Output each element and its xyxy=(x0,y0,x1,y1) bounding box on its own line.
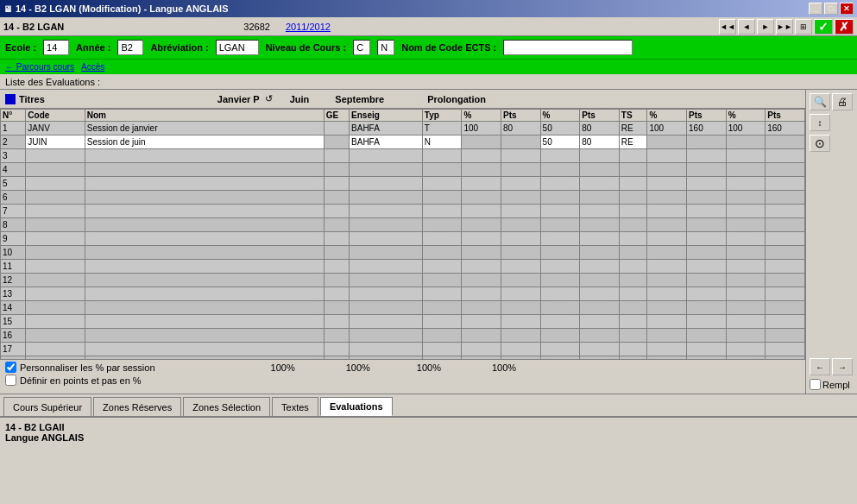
th-ts: TS xyxy=(619,110,647,122)
reload-icon[interactable]: ↺ xyxy=(265,93,273,104)
menu-year[interactable]: 2011/2012 xyxy=(286,22,331,32)
tab-textes[interactable]: Textes xyxy=(272,397,318,416)
table-row[interactable]: 6 xyxy=(1,191,805,205)
titres-box: Titres xyxy=(5,94,45,104)
tab-zones-selection[interactable]: Zones Sélection xyxy=(183,397,270,416)
rempl-checkbox[interactable] xyxy=(810,379,821,390)
close-button[interactable]: ✕ xyxy=(840,3,854,15)
menu-right: ◄◄ ◄ ► ►► ⊞ ✓ ✗ xyxy=(719,19,854,35)
menu-id: 32682 xyxy=(243,22,270,32)
subbar-link1[interactable]: ← Parcours cours xyxy=(5,62,74,72)
rempl-area: Rempl xyxy=(810,379,854,390)
sort-button[interactable]: ↕ xyxy=(810,114,830,131)
niveau-input1[interactable] xyxy=(353,40,370,55)
table-row[interactable]: 16 xyxy=(1,329,805,343)
cancel-button[interactable]: ✗ xyxy=(835,19,854,35)
cb-personnaliser-label: Personnaliser les % par session xyxy=(20,362,155,373)
prol-total: 100% xyxy=(492,362,516,373)
menu-bar: 14 - B2 LGAN 32682 2011/2012 ◄◄ ◄ ► ►► ⊞… xyxy=(0,17,857,36)
table-row[interactable]: 8 xyxy=(1,218,805,232)
table-row[interactable]: 14 xyxy=(1,301,805,315)
subbar-link2[interactable]: Accès xyxy=(81,62,104,72)
cb-definir-label: Définir en points et pas en % xyxy=(20,375,142,386)
table-row[interactable]: 15 xyxy=(1,315,805,329)
septembre-label: Septembre xyxy=(335,94,384,104)
niveau-input2[interactable] xyxy=(377,40,394,55)
title-bar-text: 🖥 14 - B2 LGAN (Modification) - Langue A… xyxy=(3,3,228,14)
table-row[interactable]: 3 xyxy=(1,149,805,163)
copy-button[interactable]: ⊙ xyxy=(810,135,830,152)
titres-row: Titres Janvier P ↺ Juin Septembre Prolon… xyxy=(0,90,805,109)
table-row[interactable]: 11 xyxy=(1,260,805,274)
right-bottom-icons: ← → xyxy=(810,358,854,375)
table-container: Titres Janvier P ↺ Juin Septembre Prolon… xyxy=(0,90,805,394)
search-button[interactable]: 🔍 xyxy=(810,93,830,110)
ecole-label: Ecole : xyxy=(5,42,36,53)
maximize-button[interactable]: □ xyxy=(824,3,838,15)
arrow-right-button[interactable]: → xyxy=(832,358,853,375)
abrev-input[interactable] xyxy=(216,40,259,55)
ecole-input[interactable] xyxy=(43,40,69,55)
sub-bar: ← Parcours cours Accès xyxy=(0,59,857,74)
nav-prev-button[interactable]: ◄ xyxy=(738,19,755,35)
th-typ: Typ xyxy=(422,110,462,122)
annee-label: Année : xyxy=(76,42,110,53)
status-line1: 14 - B2 LGAII xyxy=(5,422,852,432)
nom-ects-input[interactable] xyxy=(503,40,633,55)
minimize-button[interactable]: _ xyxy=(809,3,822,15)
titres-icon xyxy=(5,94,16,104)
annee-input[interactable] xyxy=(117,40,143,55)
th-sept-pct: % xyxy=(647,110,687,122)
nav-next-button[interactable]: ► xyxy=(757,19,774,35)
confirm-button[interactable]: ✓ xyxy=(814,19,833,35)
table-row[interactable]: 2JUINSession de juinBAHFAN5080RE xyxy=(1,135,805,149)
niveau-label: Niveau de Cours : xyxy=(266,42,347,53)
th-nom: Nom xyxy=(85,110,324,122)
janv-total: 100% xyxy=(271,362,295,373)
th-prol-pts: Pts xyxy=(766,110,805,122)
th-sept-pts: Pts xyxy=(687,110,727,122)
status-line2: Langue ANGLAIS xyxy=(5,432,852,443)
checkbox-row-1: Personnaliser les % par session 100% 100… xyxy=(5,362,800,373)
cb-definir[interactable] xyxy=(5,375,16,386)
abrev-label: Abréviation : xyxy=(150,42,208,53)
th-janv-pts: Pts xyxy=(501,110,541,122)
prolongation-label: Prolongation xyxy=(427,94,486,104)
tab-cours-superieur[interactable]: Cours Supérieur xyxy=(3,397,91,416)
tab-zones-reserves[interactable]: Zones Réserves xyxy=(93,397,181,416)
th-juin-pts: Pts xyxy=(580,110,620,122)
table-row[interactable]: 5 xyxy=(1,177,805,191)
arrow-left-button[interactable]: ← xyxy=(810,358,830,375)
table-row[interactable]: 7 xyxy=(1,205,805,218)
table-row[interactable]: 4 xyxy=(1,163,805,177)
right-panel: 🔍 🖨 ↕ ⊙ ← → Rempl xyxy=(805,90,857,394)
th-ge: GE xyxy=(324,110,349,122)
table-row[interactable]: 17 xyxy=(1,343,805,356)
th-enseig: Enseig xyxy=(350,110,423,122)
table-row[interactable]: 13 xyxy=(1,287,805,301)
menu-title: 14 - B2 LGAN xyxy=(3,22,64,32)
nav-last-button[interactable]: ►► xyxy=(776,19,793,35)
rempl-label: Rempl xyxy=(822,380,850,390)
table-row[interactable]: 1JANVSession de janvierBAHFAT100805080RE… xyxy=(1,122,805,135)
tabs-area: Cours Supérieur Zones Réserves Zones Sél… xyxy=(0,394,857,416)
nav-first-button[interactable]: ◄◄ xyxy=(719,19,736,35)
evaluation-table: N° Code Nom GE Enseig Typ % Pts % Pts TS… xyxy=(0,109,805,359)
sept-total: 100% xyxy=(417,362,441,373)
table-scroll-area[interactable]: N° Code Nom GE Enseig Typ % Pts % Pts TS… xyxy=(0,109,805,359)
print-button[interactable]: 🖨 xyxy=(832,93,853,110)
right-top-icons: 🔍 🖨 xyxy=(810,93,854,110)
tab-evaluations[interactable]: Evaluations xyxy=(320,397,393,416)
title-bar: 🖥 14 - B2 LGAN (Modification) - Langue A… xyxy=(0,0,857,17)
table-row[interactable]: 10 xyxy=(1,246,805,260)
th-janv-pct: % xyxy=(462,110,501,122)
menu-left: 14 - B2 LGAN 32682 2011/2012 xyxy=(3,22,331,32)
nav-grid-button[interactable]: ⊞ xyxy=(795,19,812,35)
table-row[interactable]: 9 xyxy=(1,232,805,246)
cb-personnaliser[interactable] xyxy=(5,362,16,373)
table-row[interactable]: 12 xyxy=(1,274,805,287)
checkbox-area: Personnaliser les % par session 100% 100… xyxy=(0,359,805,394)
janvierp-label: Janvier P xyxy=(217,94,260,104)
juin-label: Juin xyxy=(290,94,310,104)
nom-ects-label: Nom de Code ECTS : xyxy=(401,42,496,53)
